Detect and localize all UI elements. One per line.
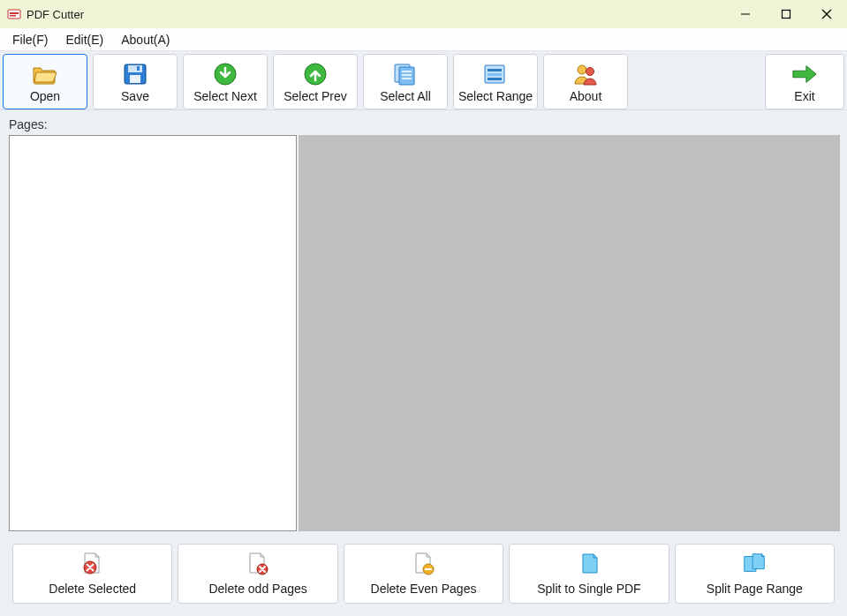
app-icon	[7, 7, 21, 21]
arrow-up-circle-icon	[302, 62, 329, 86]
delete-odd-label: Delete odd Pages	[208, 582, 306, 596]
svg-rect-21	[488, 78, 502, 80]
window-title: PDF Cutter	[26, 8, 725, 21]
split-single-icon	[576, 552, 602, 576]
minimize-button[interactable]	[725, 0, 766, 28]
page-delete-icon	[79, 552, 106, 576]
about-button[interactable]: About	[543, 54, 628, 109]
svg-rect-10	[137, 66, 140, 71]
pages-label: Pages:	[0, 110, 847, 133]
delete-selected-button[interactable]: Delete Selected	[12, 544, 172, 604]
menu-about[interactable]: About(A)	[112, 30, 178, 49]
folder-open-icon	[32, 62, 58, 86]
delete-even-button[interactable]: Delete Even Pages	[344, 544, 503, 604]
menu-edit[interactable]: Edit(E)	[57, 30, 112, 49]
delete-selected-label: Delete Selected	[49, 582, 136, 596]
select-range-label: Select Range	[458, 90, 533, 102]
split-range-button[interactable]: Split Page Range	[675, 544, 835, 604]
maximize-button[interactable]	[766, 0, 806, 28]
select-prev-button[interactable]: Select Prev	[273, 54, 358, 109]
split-range-label: Split Page Range	[707, 582, 803, 596]
svg-rect-14	[399, 67, 414, 85]
about-label: About	[570, 90, 602, 102]
svg-rect-2	[10, 15, 16, 17]
select-range-icon	[482, 62, 509, 86]
pages-list-panel[interactable]	[9, 135, 297, 531]
open-label: Open	[30, 90, 60, 102]
svg-rect-4	[783, 11, 790, 19]
workarea	[0, 133, 847, 537]
menubar: File(F) Edit(E) About(A)	[0, 28, 847, 51]
save-label: Save	[121, 90, 149, 102]
svg-rect-19	[488, 69, 502, 71]
svg-rect-27	[425, 568, 432, 570]
page-delete-odd-icon	[245, 552, 271, 576]
svg-point-23	[586, 67, 594, 75]
page-delete-even-icon	[411, 552, 437, 576]
toolbar: Open Save Select Next	[0, 51, 847, 110]
delete-even-label: Delete Even Pages	[371, 582, 477, 596]
exit-label: Exit	[794, 90, 814, 102]
select-next-button[interactable]: Select Next	[183, 54, 268, 109]
arrow-down-circle-icon	[212, 62, 238, 86]
svg-rect-20	[488, 73, 502, 76]
split-single-button[interactable]: Split to Single PDF	[509, 544, 669, 604]
svg-rect-1	[10, 12, 19, 14]
svg-rect-8	[128, 65, 142, 72]
people-icon	[572, 62, 599, 86]
select-all-label: Select All	[380, 90, 431, 102]
select-prev-label: Select Prev	[284, 90, 347, 102]
select-all-icon	[392, 62, 419, 86]
menu-file[interactable]: File(F)	[4, 30, 57, 49]
preview-panel	[299, 135, 840, 531]
split-range-icon	[741, 552, 768, 576]
exit-button[interactable]: Exit	[765, 54, 844, 109]
select-all-button[interactable]: Select All	[363, 54, 448, 109]
select-next-label: Select Next	[193, 90, 257, 102]
exit-arrow-icon	[791, 62, 818, 86]
svg-point-22	[578, 65, 586, 74]
select-range-button[interactable]: Select Range	[453, 54, 538, 109]
floppy-disk-icon	[122, 62, 148, 86]
open-button[interactable]: Open	[3, 54, 87, 109]
delete-odd-button[interactable]: Delete odd Pages	[178, 544, 337, 604]
save-button[interactable]: Save	[93, 54, 178, 109]
window-controls	[725, 0, 847, 28]
svg-rect-9	[130, 75, 140, 83]
split-single-label: Split to Single PDF	[537, 582, 641, 596]
bottombar: Delete Selected Delete odd Pages Delete …	[0, 537, 847, 616]
titlebar: PDF Cutter	[0, 0, 847, 28]
close-button[interactable]	[806, 0, 847, 28]
